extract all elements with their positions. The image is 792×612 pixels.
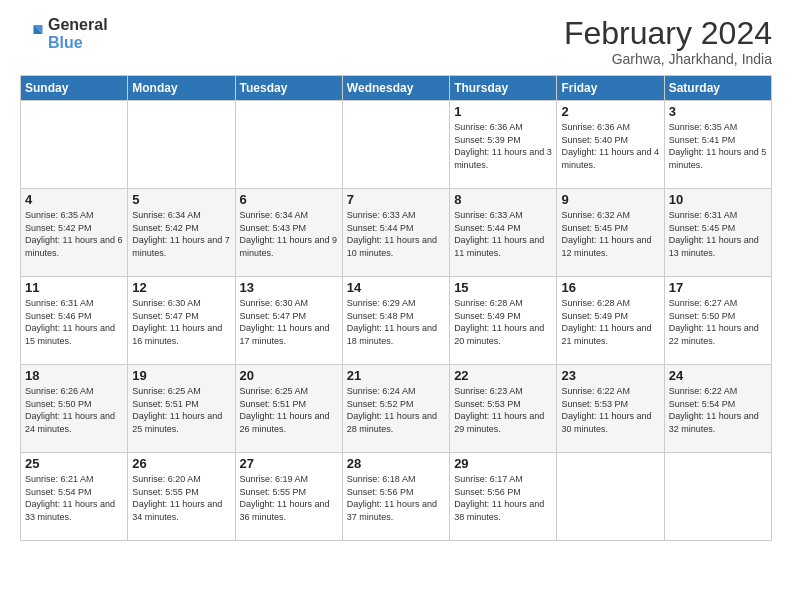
day-number: 7 <box>347 192 445 207</box>
calendar-cell: 19Sunrise: 6:25 AM Sunset: 5:51 PM Dayli… <box>128 365 235 453</box>
day-info: Sunrise: 6:17 AM Sunset: 5:56 PM Dayligh… <box>454 473 552 523</box>
calendar-cell: 17Sunrise: 6:27 AM Sunset: 5:50 PM Dayli… <box>664 277 771 365</box>
day-info: Sunrise: 6:31 AM Sunset: 5:46 PM Dayligh… <box>25 297 123 347</box>
day-number: 11 <box>25 280 123 295</box>
day-number: 27 <box>240 456 338 471</box>
calendar-cell: 18Sunrise: 6:26 AM Sunset: 5:50 PM Dayli… <box>21 365 128 453</box>
day-info: Sunrise: 6:36 AM Sunset: 5:39 PM Dayligh… <box>454 121 552 171</box>
day-info: Sunrise: 6:25 AM Sunset: 5:51 PM Dayligh… <box>132 385 230 435</box>
calendar-cell: 16Sunrise: 6:28 AM Sunset: 5:49 PM Dayli… <box>557 277 664 365</box>
day-info: Sunrise: 6:28 AM Sunset: 5:49 PM Dayligh… <box>561 297 659 347</box>
day-number: 22 <box>454 368 552 383</box>
calendar-cell: 24Sunrise: 6:22 AM Sunset: 5:54 PM Dayli… <box>664 365 771 453</box>
day-number: 8 <box>454 192 552 207</box>
calendar-cell: 28Sunrise: 6:18 AM Sunset: 5:56 PM Dayli… <box>342 453 449 541</box>
day-number: 4 <box>25 192 123 207</box>
main-title: February 2024 <box>564 16 772 51</box>
day-number: 17 <box>669 280 767 295</box>
calendar-week-row: 25Sunrise: 6:21 AM Sunset: 5:54 PM Dayli… <box>21 453 772 541</box>
calendar-cell: 25Sunrise: 6:21 AM Sunset: 5:54 PM Dayli… <box>21 453 128 541</box>
calendar-cell: 6Sunrise: 6:34 AM Sunset: 5:43 PM Daylig… <box>235 189 342 277</box>
calendar-cell: 2Sunrise: 6:36 AM Sunset: 5:40 PM Daylig… <box>557 101 664 189</box>
day-info: Sunrise: 6:19 AM Sunset: 5:55 PM Dayligh… <box>240 473 338 523</box>
day-number: 14 <box>347 280 445 295</box>
day-number: 23 <box>561 368 659 383</box>
calendar-cell: 9Sunrise: 6:32 AM Sunset: 5:45 PM Daylig… <box>557 189 664 277</box>
day-info: Sunrise: 6:20 AM Sunset: 5:55 PM Dayligh… <box>132 473 230 523</box>
calendar-weekday-friday: Friday <box>557 76 664 101</box>
day-info: Sunrise: 6:21 AM Sunset: 5:54 PM Dayligh… <box>25 473 123 523</box>
calendar-cell: 4Sunrise: 6:35 AM Sunset: 5:42 PM Daylig… <box>21 189 128 277</box>
calendar-cell: 20Sunrise: 6:25 AM Sunset: 5:51 PM Dayli… <box>235 365 342 453</box>
calendar-week-row: 1Sunrise: 6:36 AM Sunset: 5:39 PM Daylig… <box>21 101 772 189</box>
day-number: 2 <box>561 104 659 119</box>
calendar-weekday-sunday: Sunday <box>21 76 128 101</box>
day-number: 15 <box>454 280 552 295</box>
day-number: 9 <box>561 192 659 207</box>
calendar-cell <box>664 453 771 541</box>
day-info: Sunrise: 6:33 AM Sunset: 5:44 PM Dayligh… <box>347 209 445 259</box>
day-info: Sunrise: 6:35 AM Sunset: 5:42 PM Dayligh… <box>25 209 123 259</box>
calendar-cell <box>128 101 235 189</box>
day-number: 12 <box>132 280 230 295</box>
day-number: 28 <box>347 456 445 471</box>
subtitle: Garhwa, Jharkhand, India <box>564 51 772 67</box>
calendar-cell: 12Sunrise: 6:30 AM Sunset: 5:47 PM Dayli… <box>128 277 235 365</box>
day-info: Sunrise: 6:30 AM Sunset: 5:47 PM Dayligh… <box>240 297 338 347</box>
day-info: Sunrise: 6:22 AM Sunset: 5:54 PM Dayligh… <box>669 385 767 435</box>
calendar-cell: 10Sunrise: 6:31 AM Sunset: 5:45 PM Dayli… <box>664 189 771 277</box>
title-area: February 2024 Garhwa, Jharkhand, India <box>564 16 772 67</box>
calendar-cell <box>557 453 664 541</box>
day-info: Sunrise: 6:30 AM Sunset: 5:47 PM Dayligh… <box>132 297 230 347</box>
calendar-weekday-tuesday: Tuesday <box>235 76 342 101</box>
day-number: 29 <box>454 456 552 471</box>
day-number: 13 <box>240 280 338 295</box>
calendar-week-row: 11Sunrise: 6:31 AM Sunset: 5:46 PM Dayli… <box>21 277 772 365</box>
day-number: 1 <box>454 104 552 119</box>
calendar-cell: 11Sunrise: 6:31 AM Sunset: 5:46 PM Dayli… <box>21 277 128 365</box>
day-info: Sunrise: 6:28 AM Sunset: 5:49 PM Dayligh… <box>454 297 552 347</box>
day-info: Sunrise: 6:27 AM Sunset: 5:50 PM Dayligh… <box>669 297 767 347</box>
calendar-cell: 27Sunrise: 6:19 AM Sunset: 5:55 PM Dayli… <box>235 453 342 541</box>
day-number: 26 <box>132 456 230 471</box>
calendar-cell: 1Sunrise: 6:36 AM Sunset: 5:39 PM Daylig… <box>450 101 557 189</box>
calendar-cell: 26Sunrise: 6:20 AM Sunset: 5:55 PM Dayli… <box>128 453 235 541</box>
logo-text: General Blue <box>48 16 108 51</box>
day-info: Sunrise: 6:26 AM Sunset: 5:50 PM Dayligh… <box>25 385 123 435</box>
day-info: Sunrise: 6:34 AM Sunset: 5:43 PM Dayligh… <box>240 209 338 259</box>
calendar-weekday-wednesday: Wednesday <box>342 76 449 101</box>
header: General Blue February 2024 Garhwa, Jhark… <box>20 16 772 67</box>
day-info: Sunrise: 6:23 AM Sunset: 5:53 PM Dayligh… <box>454 385 552 435</box>
day-info: Sunrise: 6:33 AM Sunset: 5:44 PM Dayligh… <box>454 209 552 259</box>
calendar-cell: 8Sunrise: 6:33 AM Sunset: 5:44 PM Daylig… <box>450 189 557 277</box>
day-number: 5 <box>132 192 230 207</box>
calendar-cell: 15Sunrise: 6:28 AM Sunset: 5:49 PM Dayli… <box>450 277 557 365</box>
day-info: Sunrise: 6:35 AM Sunset: 5:41 PM Dayligh… <box>669 121 767 171</box>
calendar-cell <box>235 101 342 189</box>
calendar-cell: 22Sunrise: 6:23 AM Sunset: 5:53 PM Dayli… <box>450 365 557 453</box>
day-info: Sunrise: 6:24 AM Sunset: 5:52 PM Dayligh… <box>347 385 445 435</box>
calendar-header-row: SundayMondayTuesdayWednesdayThursdayFrid… <box>21 76 772 101</box>
calendar-cell: 3Sunrise: 6:35 AM Sunset: 5:41 PM Daylig… <box>664 101 771 189</box>
calendar-cell: 23Sunrise: 6:22 AM Sunset: 5:53 PM Dayli… <box>557 365 664 453</box>
calendar-week-row: 4Sunrise: 6:35 AM Sunset: 5:42 PM Daylig… <box>21 189 772 277</box>
day-number: 10 <box>669 192 767 207</box>
day-info: Sunrise: 6:18 AM Sunset: 5:56 PM Dayligh… <box>347 473 445 523</box>
calendar-cell: 5Sunrise: 6:34 AM Sunset: 5:42 PM Daylig… <box>128 189 235 277</box>
day-info: Sunrise: 6:25 AM Sunset: 5:51 PM Dayligh… <box>240 385 338 435</box>
day-number: 3 <box>669 104 767 119</box>
calendar-weekday-thursday: Thursday <box>450 76 557 101</box>
calendar-weekday-monday: Monday <box>128 76 235 101</box>
day-number: 16 <box>561 280 659 295</box>
day-info: Sunrise: 6:29 AM Sunset: 5:48 PM Dayligh… <box>347 297 445 347</box>
day-number: 19 <box>132 368 230 383</box>
day-number: 24 <box>669 368 767 383</box>
calendar-week-row: 18Sunrise: 6:26 AM Sunset: 5:50 PM Dayli… <box>21 365 772 453</box>
day-number: 21 <box>347 368 445 383</box>
calendar-cell: 7Sunrise: 6:33 AM Sunset: 5:44 PM Daylig… <box>342 189 449 277</box>
logo-icon <box>20 22 44 46</box>
day-number: 18 <box>25 368 123 383</box>
day-number: 25 <box>25 456 123 471</box>
calendar-cell <box>21 101 128 189</box>
day-number: 6 <box>240 192 338 207</box>
